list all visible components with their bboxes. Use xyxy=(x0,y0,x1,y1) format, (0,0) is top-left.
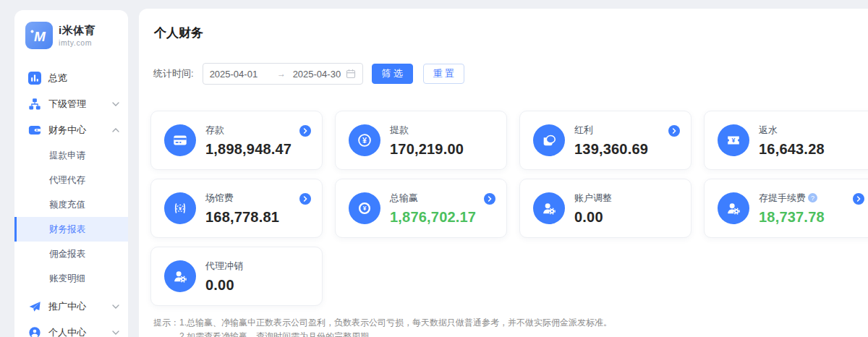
sidebar-subitem-label: 额度充值 xyxy=(49,199,85,211)
sidebar-subitem-label: 账变明细 xyxy=(49,273,85,285)
sidebar-nav: 总览 下级管理 财务中心 提款申请 代理代存 额度 xyxy=(14,65,128,337)
stat-label: 场馆费 xyxy=(205,192,279,205)
sidebar-subitem-label: 提款申请 xyxy=(49,150,85,162)
stat-card-transaction-fee[interactable]: 存提手续费 ? 18,737.78 xyxy=(704,179,868,238)
stat-label: 红利 xyxy=(574,124,648,137)
stat-card-withdrawal[interactable]: ¥ 提款 170,219.00 xyxy=(335,111,507,170)
start-date-value[interactable]: 2025-04-01 xyxy=(210,69,271,80)
sidebar-item-promotion-center[interactable]: 推广中心 xyxy=(14,294,128,320)
chevron-down-icon xyxy=(112,102,119,106)
stat-value: 170,219.00 xyxy=(390,141,464,158)
sidebar-subitem-account-change-detail[interactable]: 账变明细 xyxy=(14,266,128,291)
sidebar-subitem-label: 财务报表 xyxy=(49,223,85,236)
calendar-icon[interactable] xyxy=(346,69,356,79)
arrow-right-badge[interactable] xyxy=(668,125,680,137)
arrow-right-badge[interactable] xyxy=(299,193,311,205)
stat-card-venue-fee[interactable]: ¥ 场馆费 168,778.81 xyxy=(150,179,323,238)
stat-card-rebate[interactable]: ¥ 返水 16,643.28 xyxy=(704,111,868,170)
stat-label: 代理冲销 xyxy=(205,260,243,273)
stat-value: 0.00 xyxy=(574,209,612,226)
stat-value: 16,643.28 xyxy=(759,141,825,158)
filter-button[interactable]: 筛选 xyxy=(372,64,413,84)
stat-label: 总输赢 xyxy=(390,192,476,205)
brand-domain: imty.com xyxy=(59,38,95,47)
filter-bar: 统计时间: 2025-04-01 → 2025-04-30 筛选 重置 xyxy=(153,63,868,85)
user-gear-icon xyxy=(164,260,196,292)
stat-card-total-winloss[interactable]: ¥ 总输赢 1,876,702.17 xyxy=(335,179,507,238)
stat-value: 1,898,948.47 xyxy=(205,141,292,158)
chevron-down-icon xyxy=(112,330,119,335)
svg-text:¥: ¥ xyxy=(363,205,367,212)
help-icon[interactable]: ? xyxy=(808,193,817,202)
sidebar-item-label: 个人中心 xyxy=(48,326,86,337)
date-range-input[interactable]: 2025-04-01 → 2025-04-30 xyxy=(203,63,363,85)
sidebar-item-overview[interactable]: 总览 xyxy=(14,65,128,91)
yen-coin-icon: ¥ xyxy=(349,192,380,224)
sidebar-item-label: 推广中心 xyxy=(48,300,86,313)
arrow-right-badge[interactable] xyxy=(299,125,311,137)
sidebar-subitem-withdrawal-application[interactable]: 提款申请 xyxy=(14,143,128,168)
stat-value: 139,360.69 xyxy=(574,141,648,158)
svg-text:M: M xyxy=(34,29,46,44)
stat-label: 账户调整 xyxy=(574,192,612,205)
arrow-right-badge[interactable] xyxy=(484,193,495,205)
stat-label-text: 存提手续费 xyxy=(759,192,806,205)
stat-label: 存款 xyxy=(205,124,292,137)
user-icon xyxy=(28,326,41,337)
coins-icon xyxy=(533,124,565,156)
user-gear-icon xyxy=(533,192,565,224)
sidebar-item-label: 总览 xyxy=(48,72,67,85)
credit-card-icon xyxy=(164,124,196,156)
ticket-yen-icon: ¥ xyxy=(718,124,749,156)
date-range-separator: → xyxy=(271,69,293,79)
sidebar-item-label: 财务中心 xyxy=(48,124,86,137)
paper-plane-icon xyxy=(28,300,41,313)
stat-value: 1,876,702.17 xyxy=(390,209,476,226)
sidebar-subitem-commission-report[interactable]: 佣金报表 xyxy=(14,242,128,266)
stat-label: 提款 xyxy=(390,124,464,137)
sidebar-subitem-label: 代理代存 xyxy=(49,174,85,187)
stat-value: 0.00 xyxy=(205,277,243,294)
sidebar-subitem-agent-deposit[interactable]: 代理代存 xyxy=(14,168,128,192)
svg-text:¥: ¥ xyxy=(732,137,736,144)
user-gear-icon xyxy=(718,192,749,224)
sidebar-item-subordinate-management[interactable]: 下级管理 xyxy=(14,91,128,117)
notes-prefix: 提示： xyxy=(153,316,179,337)
stat-value: 18,737.78 xyxy=(759,209,825,226)
end-date-value[interactable]: 2025-04-30 xyxy=(293,69,346,80)
sidebar-subitem-label: 佣金报表 xyxy=(49,248,85,260)
brand-name: i米体育 xyxy=(59,24,95,38)
sidebar: M i米体育 imty.com 总览 下级管理 xyxy=(14,10,128,337)
stat-card-deposit[interactable]: 存款 1,898,948.47 xyxy=(150,111,323,170)
stat-card-agent-writeoff[interactable]: 代理冲销 0.00 xyxy=(150,247,323,306)
footer-notes: 提示： 1.总输赢、净输赢中正数表示公司盈利，负数表示公司亏损，每天数据只做普通… xyxy=(153,316,868,337)
org-chart-icon xyxy=(28,98,41,111)
bar-chart-icon xyxy=(28,72,41,85)
arrow-right-badge[interactable] xyxy=(853,193,864,205)
yen-circle-icon: ¥ xyxy=(349,124,380,156)
chevron-up-icon xyxy=(112,128,119,132)
stat-label: 返水 xyxy=(759,124,825,137)
sidebar-subitem-financial-report[interactable]: 财务报表 xyxy=(14,217,128,242)
stat-card-account-adjustment[interactable]: 账户调整 0.00 xyxy=(519,179,692,238)
sidebar-item-label: 下级管理 xyxy=(48,98,86,111)
stat-card-bonus[interactable]: 红利 139,360.69 xyxy=(519,111,692,170)
main-panel: 个人财务 统计时间: 2025-04-01 → 2025-04-30 筛选 重置… xyxy=(139,9,868,337)
brand-logo-icon: M xyxy=(25,22,53,49)
note-line: 2.如需查看净输赢，查询时间需为月份的完整周期。 xyxy=(179,330,629,337)
sidebar-subitem-credit-recharge[interactable]: 额度充值 xyxy=(14,192,128,217)
brand-logo[interactable]: M i米体育 imty.com xyxy=(14,10,128,58)
reset-button[interactable]: 重置 xyxy=(423,64,464,84)
stat-label: 存提手续费 ? xyxy=(759,192,825,205)
stat-cards-grid: 存款 1,898,948.47 ¥ 提款 170,219.00 红利 139,3… xyxy=(150,111,868,306)
note-line: 1.总输赢、净输赢中正数表示公司盈利，负数表示公司亏损，每天数据只做普通参考，并… xyxy=(179,316,629,330)
chevron-down-icon xyxy=(112,304,119,309)
wallet-icon xyxy=(28,124,41,137)
sidebar-item-personal-center[interactable]: 个人中心 xyxy=(14,320,128,337)
page-title: 个人财务 xyxy=(154,25,868,41)
svg-text:¥: ¥ xyxy=(362,136,367,145)
stat-value: 168,778.81 xyxy=(205,209,279,226)
date-range-label: 统计时间: xyxy=(153,67,194,80)
sidebar-item-finance-center[interactable]: 财务中心 xyxy=(14,117,128,143)
scan-yen-icon: ¥ xyxy=(164,192,196,224)
